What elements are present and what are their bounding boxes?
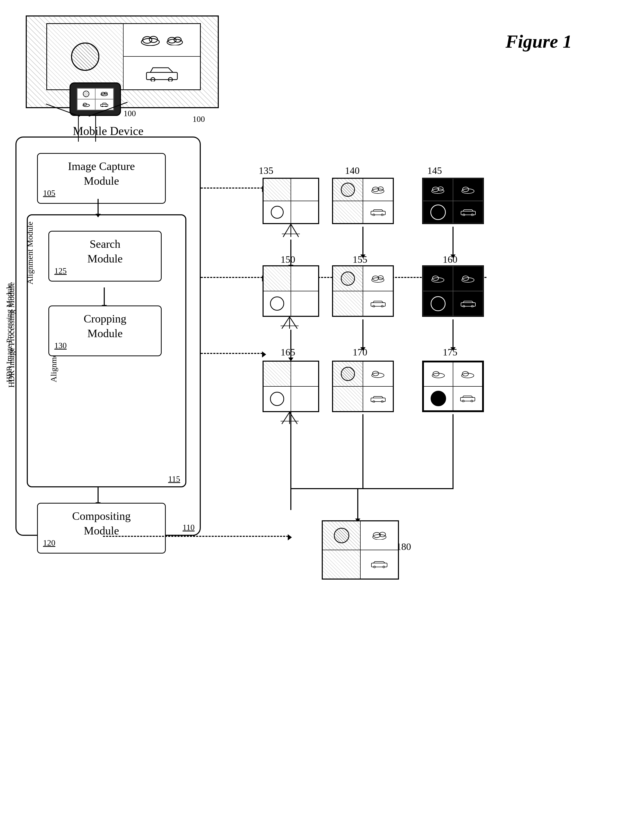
dashed-arrow-ic [201, 188, 262, 189]
dashed-arrow-crop [201, 353, 262, 354]
t140-cell-tr [363, 178, 393, 201]
t165-bl [263, 386, 291, 411]
thumb-145 [422, 178, 484, 224]
t160-br [453, 291, 483, 316]
screen-right-top [124, 24, 200, 57]
mobile-cell-bl [77, 99, 95, 110]
ref-125: 125 [54, 266, 156, 275]
t160-tl [423, 266, 453, 291]
alignment-vert-label: Alignment Module [25, 221, 35, 284]
arrow-160-down [452, 320, 454, 348]
t170-tr [363, 361, 393, 386]
t175-tl [424, 362, 453, 386]
converge-line [290, 488, 454, 489]
thumb-140-ref: 140 [345, 165, 360, 176]
ref-115: 115 [168, 474, 180, 484]
compositing-module-box: CompositingModule 120 [37, 503, 166, 554]
search-title: SearchModule [54, 237, 156, 266]
t145-cell-tl [423, 178, 453, 201]
t175-tr [453, 362, 482, 386]
mobile-phone-top [69, 82, 121, 116]
device-outer-box: Mobile Device 100 Image CaptureModule 10… [15, 137, 201, 536]
thumb-155-ref: 155 [353, 254, 367, 265]
t180-br [360, 550, 398, 579]
ref-105: 105 [43, 188, 160, 198]
arrow-140-down [362, 227, 363, 255]
svg-line-19 [291, 224, 299, 237]
arrow-175-down [452, 414, 454, 489]
cloud-icon-2 [166, 35, 184, 45]
image-capture-title: Image CaptureModule [43, 159, 160, 188]
cropping-module-box: CroppingModule 130 [48, 306, 162, 356]
t135-cell-bl [263, 201, 291, 223]
wall-screen [46, 23, 201, 90]
t160-bl [423, 291, 453, 316]
svg-line-35 [282, 317, 290, 329]
t140-cell-bl [333, 201, 363, 223]
screen-left-panel [47, 24, 124, 89]
t155-tr [363, 266, 393, 291]
thumb-165 [262, 361, 319, 412]
compositing-title: CompositingModule [43, 509, 160, 538]
t165-tr [291, 361, 318, 386]
svg-line-52 [282, 412, 290, 424]
mobile-cell-tl [77, 88, 95, 99]
thumb-155 [332, 265, 394, 317]
svg-line-17 [283, 224, 291, 237]
ref-100-device: 100 [193, 114, 205, 124]
screen-right-bottom [124, 57, 200, 89]
mobile-cell-tr [95, 88, 113, 99]
t165-tl [263, 361, 291, 386]
hdr-vert-label: HDR Image Processing Module [5, 283, 13, 382]
dashed-arrow-search [201, 277, 262, 278]
thumb-170 [332, 361, 394, 412]
page-container: Figure 1 [0, 0, 644, 815]
t170-bl [333, 386, 363, 411]
t175-bl [424, 386, 453, 411]
t145-cell-bl [423, 201, 453, 223]
thumb-135 [262, 178, 319, 224]
thumb-165-ref: 165 [281, 346, 295, 358]
t140-cell-br [363, 201, 393, 223]
t145-cell-br [453, 201, 483, 223]
screen-right-panel [124, 24, 200, 89]
thumb-170-ref: 170 [353, 346, 367, 358]
alignment-box: Alignment Module SearchModule 125 Croppi… [27, 214, 186, 487]
t135-cell-tr [291, 178, 318, 201]
t150-tl [263, 266, 291, 291]
arrow-align-to-comp [98, 487, 98, 503]
dashed-arrow-comp [103, 536, 288, 537]
t180-tl [322, 521, 360, 550]
tripod-150 [279, 317, 300, 331]
image-capture-box: Image CaptureModule 105 [37, 153, 166, 204]
thumb-160 [422, 265, 484, 317]
thumb-150-ref: 150 [281, 254, 295, 265]
thumb-135-ref: 135 [259, 165, 273, 176]
t155-tl [333, 266, 363, 291]
t155-bl [333, 291, 363, 316]
thumb-145-ref: 145 [427, 165, 442, 176]
t170-br [363, 386, 393, 411]
t135-cell-tl [263, 178, 291, 201]
svg-line-37 [290, 317, 297, 329]
thumb-180 [322, 520, 399, 580]
ref-120: 120 [43, 538, 160, 547]
arrow-to-180 [357, 488, 358, 519]
t150-tr [291, 266, 318, 291]
t175-br [453, 386, 482, 411]
mobile-screen-top [77, 88, 114, 111]
arrow-search-to-crop [104, 288, 105, 306]
t135-cell-br [291, 201, 318, 223]
thumb-175-ref: 175 [443, 346, 457, 358]
svg-rect-14 [101, 104, 108, 106]
cloud-icon-1 [140, 34, 161, 46]
arrow-145-down [452, 227, 454, 255]
mobile-device-label: Mobile Device [73, 124, 144, 138]
search-module-box: SearchModule 125 [48, 231, 162, 281]
cropping-title: CroppingModule [54, 311, 156, 341]
arrow-170-down [362, 414, 363, 489]
arrow-ic-to-align [98, 199, 98, 214]
t155-br [363, 291, 393, 316]
ref-110: 110 [182, 523, 195, 532]
t180-bl [322, 550, 360, 579]
